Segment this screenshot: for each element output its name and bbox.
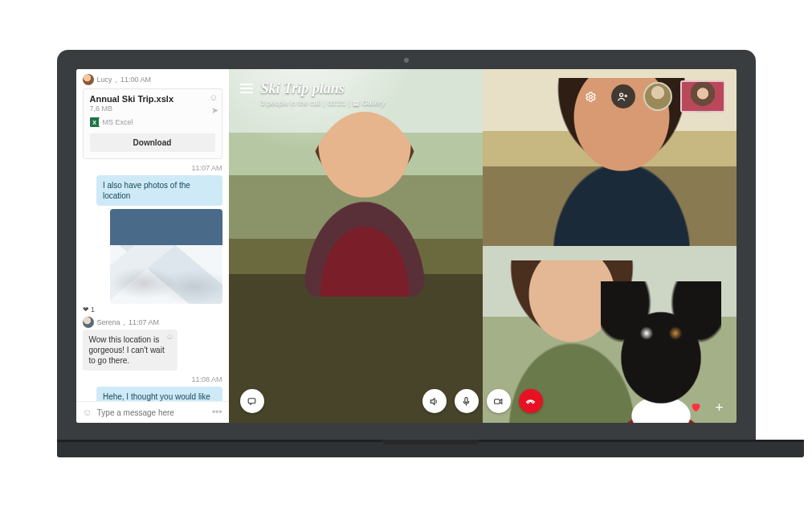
call-title: Ski Trip plans (261, 80, 386, 97)
screen-bezel: Lucy, 11:00 AM ☺ ➤ Annual Ski Trip.xslx … (57, 50, 756, 440)
chat-toggle-icon[interactable] (240, 389, 264, 413)
laptop-frame: Lucy, 11:00 AM ☺ ➤ Annual Ski Trip.xslx … (57, 50, 756, 458)
call-subtitle: 3 people in the call | 02:21 | ▦ Gallery (261, 99, 386, 107)
call-controls (422, 389, 543, 413)
webcam-dot (404, 58, 409, 63)
self-view-pip[interactable] (680, 80, 725, 113)
chat-scroll[interactable]: Lucy, 11:00 AM ☺ ➤ Annual Ski Trip.xslx … (76, 69, 229, 401)
video-tile-main[interactable] (229, 69, 483, 423)
incoming-message[interactable]: ☺ Wow this location is gorgeous! I can't… (83, 330, 177, 371)
download-button[interactable]: Download (90, 133, 215, 152)
file-attachment-card[interactable]: ☺ ➤ Annual Ski Trip.xslx 7,6 MB X MS Exc… (83, 88, 222, 159)
incoming-message-text: Wow this location is gorgeous! I can't w… (89, 335, 165, 365)
timestamp: 11:07 AM (83, 164, 222, 172)
call-right-controls (643, 401, 725, 413)
react-icon[interactable]: ☺ (165, 331, 173, 342)
message-composer: ☺ ••• (76, 401, 229, 423)
outgoing-message[interactable]: I also have photos of the location (96, 175, 222, 206)
video-call-panel: Ski Trip plans 3 people in the call | 02… (229, 69, 737, 423)
forward-icon[interactable]: ➤ (211, 105, 218, 116)
chat-panel: Lucy, 11:00 AM ☺ ➤ Annual Ski Trip.xslx … (76, 69, 229, 423)
svg-point-0 (590, 95, 593, 98)
svg-rect-6 (647, 406, 655, 412)
photo-attachment[interactable] (110, 209, 222, 304)
avatar-serena (83, 317, 94, 328)
svg-rect-7 (668, 404, 676, 411)
more-icon[interactable]: ••• (212, 407, 222, 418)
participant-thumb[interactable] (643, 82, 672, 111)
call-header: Ski Trip plans 3 people in the call | 02… (240, 80, 725, 113)
call-duration: 02:21 (328, 99, 346, 107)
call-people-count: 3 people in the call (261, 99, 321, 107)
file-title: Annual Ski Trip.xslx (90, 94, 215, 104)
share-screen-icon[interactable] (643, 401, 655, 413)
excel-icon: X (90, 117, 100, 127)
file-type-row: X MS Excel (90, 117, 215, 127)
timestamp: 11:08 AM (83, 375, 222, 383)
app-screen: Lucy, 11:00 AM ☺ ➤ Annual Ski Trip.xslx … (76, 69, 737, 423)
microphone-icon[interactable] (455, 389, 479, 413)
laptop-base (57, 440, 804, 457)
view-mode-label[interactable]: Gallery (362, 99, 386, 107)
participant-video-1 (229, 69, 483, 423)
message-header-lucy: Lucy, 11:00 AM (83, 74, 222, 85)
svg-rect-3 (465, 397, 467, 402)
speaker-icon[interactable] (422, 389, 447, 413)
hangup-icon[interactable] (519, 389, 543, 413)
svg-rect-2 (248, 398, 255, 403)
outgoing-message[interactable]: Hehe, I thought you would like it. (96, 387, 222, 401)
reaction-count[interactable]: ❤ 1 (83, 305, 222, 313)
sender-name: Lucy (97, 76, 112, 84)
reaction-heart-icon[interactable] (690, 401, 702, 413)
sender-time: 11:07 AM (129, 318, 159, 326)
sender-name: Serena (97, 318, 120, 326)
video-icon[interactable] (487, 389, 511, 413)
settings-icon[interactable] (579, 84, 603, 109)
add-participant-icon[interactable] (611, 84, 635, 109)
svg-point-1 (620, 93, 623, 96)
file-size: 7,6 MB (90, 104, 215, 113)
react-icon[interactable]: ☺ (209, 92, 218, 102)
file-type-label: MS Excel (103, 118, 133, 126)
chat-toggle-area (240, 389, 264, 413)
grid-icon: ▦ (353, 99, 360, 107)
snapshot-icon[interactable] (667, 401, 679, 413)
menu-icon[interactable] (240, 84, 253, 93)
emoji-icon[interactable]: ☺ (83, 407, 92, 418)
avatar-lucy (83, 74, 94, 85)
add-icon[interactable] (713, 401, 725, 413)
svg-rect-5 (645, 404, 652, 409)
svg-point-8 (671, 406, 674, 409)
svg-rect-4 (495, 399, 500, 403)
message-input[interactable] (97, 408, 207, 417)
message-header-serena: Serena, 11:07 AM (83, 317, 222, 328)
sender-time: 11:00 AM (120, 76, 151, 84)
